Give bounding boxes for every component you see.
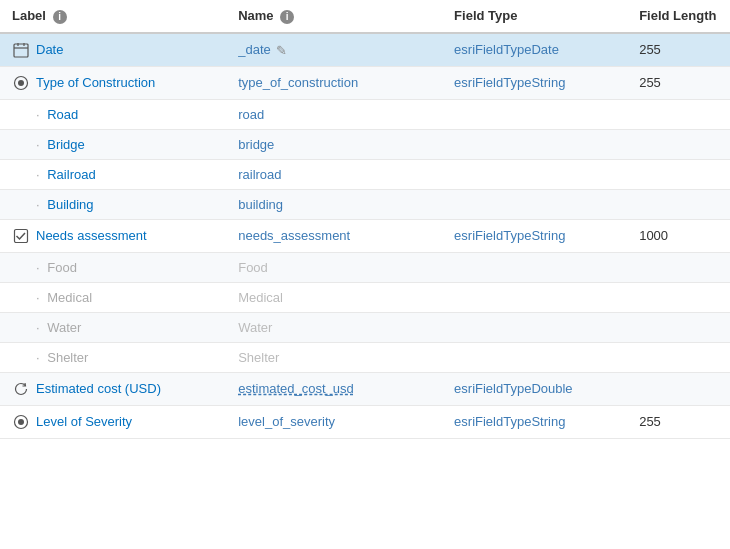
label-text: Road (47, 107, 78, 122)
col-length-header: Field Length (627, 0, 730, 33)
name-text: bridge (238, 137, 274, 152)
name-text: Medical (238, 290, 283, 305)
sub-item-dot: · (36, 167, 43, 182)
label-text: Railroad (47, 167, 95, 182)
svg-rect-0 (14, 44, 28, 57)
sub-item-dot: · (36, 290, 43, 305)
fields-table: Label i Name i Field Type Field Length (0, 0, 730, 439)
svg-point-5 (18, 80, 24, 86)
field-length-text: 255 (639, 42, 661, 57)
table-row: · Roadroad (0, 99, 730, 129)
table-row: · Railroadrailroad (0, 159, 730, 189)
field-type-text: esriFieldTypeDate (454, 42, 559, 57)
sub-item-dot: · (36, 350, 43, 365)
name-info-icon[interactable]: i (280, 10, 294, 24)
refresh-icon (12, 380, 30, 398)
sub-item-dot: · (36, 320, 43, 335)
label-text: Type of Construction (36, 75, 155, 90)
name-text: Food (238, 260, 268, 275)
edit-icon[interactable]: ✎ (276, 43, 290, 57)
field-type-text: esriFieldTypeString (454, 75, 565, 90)
col-label-text: Label (12, 8, 46, 23)
label-text: Medical (47, 290, 92, 305)
label-text: Needs assessment (36, 228, 147, 243)
name-text: needs_assessment (238, 228, 350, 243)
table-row: · WaterWater (0, 312, 730, 342)
field-length-text: 255 (639, 414, 661, 429)
sub-item-dot: · (36, 197, 43, 212)
name-text: Water (238, 320, 272, 335)
table-row: Date_date✎esriFieldTypeDate255 (0, 33, 730, 67)
table-row: · MedicalMedical (0, 282, 730, 312)
field-length-text: 1000 (639, 228, 668, 243)
table-row: Needs assessmentneeds_assessmentesriFiel… (0, 219, 730, 252)
label-text: Level of Severity (36, 414, 132, 429)
table-row: Estimated cost (USD)estimated_cost_usdes… (0, 372, 730, 405)
sub-item-dot: · (36, 260, 43, 275)
svg-rect-6 (15, 229, 28, 242)
label-text: Date (36, 42, 63, 57)
table-header-row: Label i Name i Field Type Field Length (0, 0, 730, 33)
field-type-text: esriFieldTypeString (454, 414, 565, 429)
col-type-header: Field Type (442, 0, 627, 33)
name-text: building (238, 197, 283, 212)
field-table-container: Label i Name i Field Type Field Length (0, 0, 730, 549)
radio-filled-icon (12, 413, 30, 431)
table-row: · Bridgebridge (0, 129, 730, 159)
label-info-icon[interactable]: i (53, 10, 67, 24)
col-type-text: Field Type (454, 8, 517, 23)
field-type-text: esriFieldTypeString (454, 228, 565, 243)
name-text: Shelter (238, 350, 279, 365)
table-row: Type of Constructiontype_of_construction… (0, 66, 730, 99)
label-text: Building (47, 197, 93, 212)
table-row: · Buildingbuilding (0, 189, 730, 219)
field-length-text: 255 (639, 75, 661, 90)
name-text: road (238, 107, 264, 122)
radio-icon (12, 74, 30, 92)
name-text: level_of_severity (238, 414, 335, 429)
calendar-icon (12, 41, 30, 59)
label-text: Bridge (47, 137, 85, 152)
label-text: Shelter (47, 350, 88, 365)
col-length-text: Field Length (639, 8, 716, 23)
col-name-header: Name i (226, 0, 442, 33)
name-text: type_of_construction (238, 75, 358, 90)
label-text: Estimated cost (USD) (36, 381, 161, 396)
label-text: Water (47, 320, 81, 335)
label-text: Food (47, 260, 77, 275)
col-name-text: Name (238, 8, 273, 23)
field-type-text: esriFieldTypeDouble (454, 381, 573, 396)
svg-point-8 (18, 419, 24, 425)
table-row: · FoodFood (0, 252, 730, 282)
sub-item-dot: · (36, 107, 43, 122)
checkbox-icon (12, 227, 30, 245)
col-label-header: Label i (0, 0, 226, 33)
sub-item-dot: · (36, 137, 43, 152)
table-row: Level of Severitylevel_of_severityesriFi… (0, 405, 730, 438)
table-row: · ShelterShelter (0, 342, 730, 372)
name-text: railroad (238, 167, 281, 182)
name-text: _date (238, 42, 271, 57)
name-text: estimated_cost_usd (238, 381, 354, 396)
